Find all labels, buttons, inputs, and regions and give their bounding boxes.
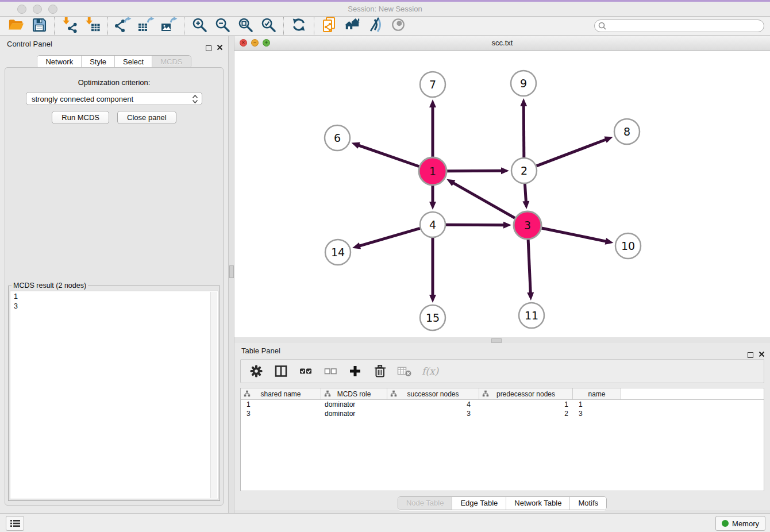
close-panel-button[interactable]: Close panel bbox=[117, 111, 176, 124]
svg-text:f(x): f(x) bbox=[422, 365, 440, 377]
graph-node-label: 10 bbox=[621, 240, 635, 252]
graph-edge-2-9[interactable] bbox=[523, 105, 524, 157]
tab-mcds[interactable]: MCDS bbox=[152, 56, 190, 68]
tab-motifs[interactable]: Motifs bbox=[570, 497, 606, 510]
graph-node-6[interactable]: 6 bbox=[325, 125, 350, 151]
create-column-button[interactable] bbox=[346, 363, 364, 380]
cell-shared-name: 3 bbox=[241, 409, 321, 418]
tab-network-table[interactable]: Network Table bbox=[506, 497, 570, 510]
cell-mcds-role: dominator bbox=[321, 400, 387, 409]
graph-edge-4-3[interactable] bbox=[446, 225, 505, 225]
table-settings-button[interactable] bbox=[248, 363, 265, 380]
graph-edge-arrowhead bbox=[503, 222, 511, 229]
eye-button[interactable] bbox=[387, 17, 410, 35]
graph-node-4[interactable]: 4 bbox=[420, 212, 445, 237]
delete-column-button[interactable] bbox=[371, 363, 388, 380]
vertical-splitter[interactable] bbox=[228, 36, 234, 513]
show-column-button[interactable] bbox=[272, 363, 290, 380]
result-scrollbar[interactable] bbox=[210, 292, 217, 498]
graph-node-2[interactable]: 2 bbox=[511, 158, 537, 183]
export-table-button[interactable] bbox=[134, 17, 157, 35]
toolbar-separator bbox=[314, 17, 314, 35]
titlebar[interactable]: Session: New Session bbox=[0, 2, 770, 17]
graph-node-11[interactable]: 11 bbox=[519, 303, 544, 328]
graph-node-8[interactable]: 8 bbox=[614, 119, 640, 144]
zoom-in-icon bbox=[192, 17, 207, 35]
tab-node-table[interactable]: Node Table bbox=[398, 497, 453, 510]
graph-edge-2-8[interactable] bbox=[537, 139, 607, 165]
graph-edge-3-1[interactable] bbox=[453, 183, 515, 218]
mcds-tab-content: Optimization criterion: strongly connect… bbox=[5, 67, 224, 506]
float-table-panel-icon[interactable] bbox=[748, 352, 753, 358]
graph-node-label: 6 bbox=[334, 132, 341, 144]
graph-edge-4-14[interactable] bbox=[359, 228, 419, 246]
search-input[interactable] bbox=[594, 20, 764, 32]
float-panel-icon[interactable] bbox=[206, 45, 211, 51]
network-canvas[interactable]: 1234678910111415 bbox=[234, 51, 770, 338]
zoom-in-button[interactable] bbox=[188, 17, 211, 35]
cell-name: 1 bbox=[573, 400, 621, 409]
export-image-button[interactable] bbox=[157, 17, 180, 35]
tab-style[interactable]: Style bbox=[82, 56, 115, 68]
deselect-all-button[interactable] bbox=[322, 363, 339, 380]
function-builder-button[interactable]: f(x) bbox=[421, 363, 440, 380]
double-home-button[interactable] bbox=[341, 17, 364, 35]
delete-table-button[interactable] bbox=[396, 363, 413, 380]
vertical-splitter-handle[interactable] bbox=[229, 265, 234, 278]
zoom-selected-button[interactable] bbox=[257, 17, 280, 35]
table-row[interactable]: 1 dominator 4 1 1 bbox=[241, 400, 764, 409]
graph-node-15[interactable]: 15 bbox=[420, 305, 445, 330]
refresh-button[interactable] bbox=[287, 17, 310, 35]
network-window-titlebar[interactable]: scc.txt bbox=[234, 36, 770, 51]
toolbar-separator bbox=[107, 17, 108, 35]
wave-slash-button[interactable] bbox=[364, 17, 387, 35]
mcds-result-textarea[interactable]: 1 3 bbox=[10, 291, 218, 499]
graph-edge-1-2[interactable] bbox=[447, 171, 502, 171]
graph-node-label: 15 bbox=[426, 311, 440, 324]
trash-icon bbox=[374, 364, 387, 378]
graph-edge-3-11[interactable] bbox=[528, 240, 530, 294]
horizontal-splitter[interactable] bbox=[234, 337, 770, 343]
network-from-selection-button[interactable] bbox=[318, 17, 341, 35]
column-tree-icon bbox=[390, 390, 397, 399]
graph-node-1[interactable]: 1 bbox=[419, 157, 446, 185]
zoom-fit-button[interactable] bbox=[234, 17, 257, 35]
graph-edge-2-3[interactable] bbox=[525, 184, 526, 202]
horizontal-splitter-handle[interactable] bbox=[491, 338, 502, 343]
graph-node-10[interactable]: 10 bbox=[615, 233, 641, 259]
zoom-out-button[interactable] bbox=[211, 17, 234, 35]
column-header-predecessor-nodes[interactable]: predecessor nodes bbox=[479, 388, 573, 399]
tab-network[interactable]: Network bbox=[37, 56, 82, 68]
column-tree-icon bbox=[324, 390, 331, 399]
control-panel-title: Control Panel bbox=[7, 40, 52, 48]
tab-select[interactable]: Select bbox=[115, 56, 152, 68]
select-all-button[interactable] bbox=[297, 363, 314, 380]
tab-edge-table[interactable]: Edge Table bbox=[452, 497, 506, 510]
export-network-button[interactable] bbox=[111, 17, 134, 35]
import-table-button[interactable] bbox=[81, 17, 104, 35]
memory-button[interactable]: Memory bbox=[715, 516, 765, 531]
open-session-button[interactable] bbox=[5, 17, 28, 35]
criterion-dropdown[interactable]: strongly connected component bbox=[26, 92, 202, 105]
column-header-name[interactable]: name bbox=[573, 388, 621, 399]
task-history-button[interactable] bbox=[6, 516, 24, 531]
save-session-button[interactable] bbox=[28, 17, 51, 35]
graph-node-label: 11 bbox=[525, 309, 538, 322]
graph-edge-arrowhead bbox=[520, 98, 527, 106]
graph-edge-3-10[interactable] bbox=[541, 228, 606, 241]
column-header-mcds-role[interactable]: MCDS role bbox=[321, 388, 387, 399]
column-header-shared-name[interactable]: shared name bbox=[241, 388, 321, 399]
graph-node-14[interactable]: 14 bbox=[325, 240, 351, 265]
graph-edge-1-6[interactable] bbox=[358, 145, 419, 167]
refresh-icon bbox=[291, 17, 306, 34]
graph-node-label: 3 bbox=[524, 219, 531, 232]
graph-node-7[interactable]: 7 bbox=[420, 72, 445, 97]
graph-node-3[interactable]: 3 bbox=[514, 211, 541, 239]
close-panel-icon[interactable] bbox=[217, 40, 223, 56]
column-header-successor-nodes[interactable]: successor nodes bbox=[387, 388, 479, 399]
import-network-button[interactable] bbox=[58, 17, 81, 35]
table-row[interactable]: 3 dominator 3 2 3 bbox=[241, 409, 764, 418]
run-mcds-button[interactable]: Run MCDS bbox=[52, 111, 109, 124]
graph-node-9[interactable]: 9 bbox=[511, 71, 536, 96]
table-toolbar: f(x) bbox=[240, 359, 764, 383]
